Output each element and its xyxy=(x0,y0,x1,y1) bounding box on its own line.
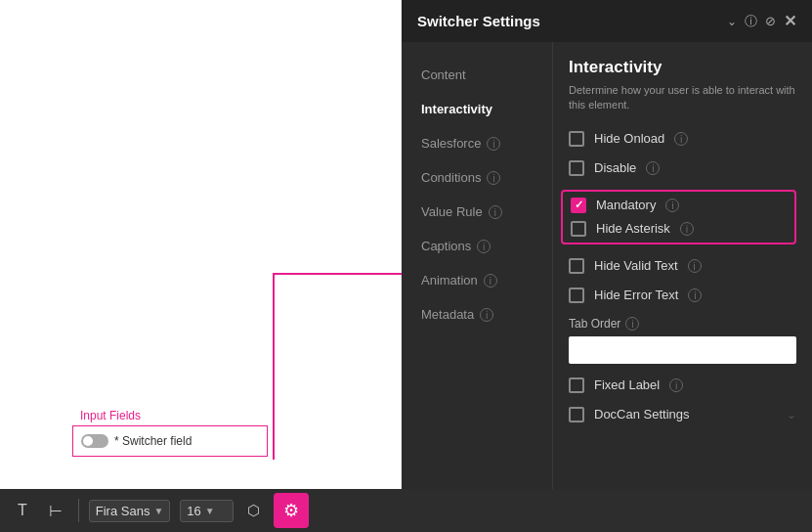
switcher-toggle[interactable] xyxy=(81,434,108,448)
sidebar-item-interactivity[interactable]: Interactivity xyxy=(402,92,552,126)
hide-onload-row: Hide Onload i xyxy=(569,131,796,147)
info-icon: i xyxy=(487,171,500,185)
tab-order-input[interactable] xyxy=(569,336,796,364)
tab-order-label: Tab Order i xyxy=(569,317,796,331)
switcher-field-box: * Switcher field xyxy=(72,425,268,457)
panel-content: Interactivity Determine how your user is… xyxy=(553,42,812,489)
fixed-label-label: Fixed Label xyxy=(594,377,660,392)
hide-error-text-row: Hide Error Text i xyxy=(569,288,796,303)
font-name-select[interactable]: Fira Sans ▼ xyxy=(89,500,171,522)
sidebar-item-salesforce[interactable]: Salesforce i xyxy=(402,126,552,160)
info-icon: i xyxy=(477,240,491,253)
close-icon[interactable]: ✕ xyxy=(784,12,796,30)
mandatory-checkbox[interactable] xyxy=(571,198,586,213)
panel-nav: Content Interactivity Salesforce i Condi… xyxy=(402,42,553,489)
panel-header: Switcher Settings ⌄ ⓘ ⊘ ✕ xyxy=(402,0,812,42)
gear-settings-button[interactable]: ⚙ xyxy=(274,493,309,528)
sidebar-item-label: Conditions xyxy=(421,170,481,185)
chevron-down-icon[interactable]: ⌄ xyxy=(727,15,737,28)
info-icon[interactable]: i xyxy=(688,288,702,302)
hide-onload-checkbox[interactable] xyxy=(569,131,584,147)
link-button[interactable]: ⬡ xyxy=(243,498,264,523)
mandatory-row: Mandatory i xyxy=(571,198,787,213)
doccan-settings-checkbox[interactable] xyxy=(569,407,584,422)
info-icon[interactable]: i xyxy=(646,161,660,175)
info-icon: i xyxy=(480,308,493,322)
sidebar-item-label: Animation xyxy=(421,273,478,288)
sidebar-item-label: Interactivity xyxy=(421,102,492,116)
chevron-down-icon: ▼ xyxy=(205,506,215,516)
hide-asterisk-row: Hide Asterisk i xyxy=(571,221,787,237)
font-size-label: 16 xyxy=(187,504,200,518)
info-icon[interactable]: i xyxy=(688,259,702,273)
sidebar-item-label: Captions xyxy=(421,239,471,253)
fixed-label-checkbox[interactable] xyxy=(569,377,584,393)
mandatory-label: Mandatory xyxy=(596,198,656,212)
pin-icon[interactable]: ⊘ xyxy=(765,14,776,28)
sidebar-item-metadata[interactable]: Metadata i xyxy=(402,297,552,332)
info-icon[interactable]: i xyxy=(625,317,639,331)
disable-row: Disable i xyxy=(569,160,796,176)
hide-asterisk-label: Hide Asterisk xyxy=(596,221,670,236)
hide-onload-label: Hide Onload xyxy=(594,131,664,146)
text-icon: T xyxy=(18,502,27,519)
settings-panel: Switcher Settings ⌄ ⓘ ⊘ ✕ Content Intera… xyxy=(402,0,812,489)
hide-valid-text-checkbox[interactable] xyxy=(569,258,584,274)
doccan-settings-label: DocCan Settings xyxy=(594,407,690,421)
mandatory-group: Mandatory i Hide Asterisk i xyxy=(561,190,796,244)
info-icon: i xyxy=(484,274,497,288)
interactivity-subtitle: Determine how your user is able to inter… xyxy=(569,83,796,113)
font-name-label: Fira Sans xyxy=(96,504,150,518)
text-tool-button[interactable]: T xyxy=(12,498,33,523)
scroll-indicator: ⌄ xyxy=(787,408,796,421)
sidebar-item-animation[interactable]: Animation i xyxy=(402,263,552,297)
hide-error-text-checkbox[interactable] xyxy=(569,288,584,303)
info-icon[interactable]: i xyxy=(680,222,694,236)
switcher-field-text: * Switcher field xyxy=(114,434,192,448)
doccan-settings-row: DocCan Settings ⌄ xyxy=(569,407,796,422)
hide-valid-text-row: Hide Valid Text i xyxy=(569,258,796,274)
gear-icon: ⚙ xyxy=(283,500,299,521)
font-size-select[interactable]: 16 ▼ xyxy=(180,500,234,522)
chevron-down-icon: ▼ xyxy=(153,506,163,516)
info-icon[interactable]: i xyxy=(674,132,688,146)
input-fields-label: Input Fields xyxy=(80,409,141,422)
align-button[interactable]: ⊢ xyxy=(43,498,68,524)
hide-asterisk-checkbox[interactable] xyxy=(571,221,586,237)
sidebar-item-label: Metadata xyxy=(421,307,474,322)
hide-error-text-label: Hide Error Text xyxy=(594,288,678,302)
hide-valid-text-label: Hide Valid Text xyxy=(594,258,678,273)
disable-label: Disable xyxy=(594,160,636,175)
panel-body: Content Interactivity Salesforce i Condi… xyxy=(402,42,812,489)
link-icon: ⬡ xyxy=(247,502,260,518)
disable-checkbox[interactable] xyxy=(569,160,584,176)
panel-title: Switcher Settings xyxy=(417,13,719,29)
interactivity-title: Interactivity xyxy=(569,58,796,77)
fixed-label-row: Fixed Label i xyxy=(569,377,796,393)
info-icon: i xyxy=(487,137,500,151)
align-icon: ⊢ xyxy=(49,502,63,520)
info-icon[interactable]: ⓘ xyxy=(745,13,757,30)
bottom-toolbar: T ⊢ Fira Sans ▼ 16 ▼ ⬡ ⚙ xyxy=(0,489,812,532)
sidebar-item-label: Value Rule xyxy=(421,204,483,219)
info-icon: i xyxy=(489,205,502,219)
sidebar-item-content[interactable]: Content xyxy=(402,58,552,92)
sidebar-item-captions[interactable]: Captions i xyxy=(402,229,552,263)
info-icon[interactable]: i xyxy=(665,199,679,212)
canvas-area xyxy=(0,0,401,489)
sidebar-item-label: Content xyxy=(421,67,466,82)
sidebar-item-label: Salesforce xyxy=(421,136,481,151)
toolbar-divider xyxy=(78,499,79,522)
sidebar-item-conditions[interactable]: Conditions i xyxy=(402,160,552,195)
sidebar-item-value-rule[interactable]: Value Rule i xyxy=(402,195,552,229)
info-icon[interactable]: i xyxy=(669,378,683,392)
